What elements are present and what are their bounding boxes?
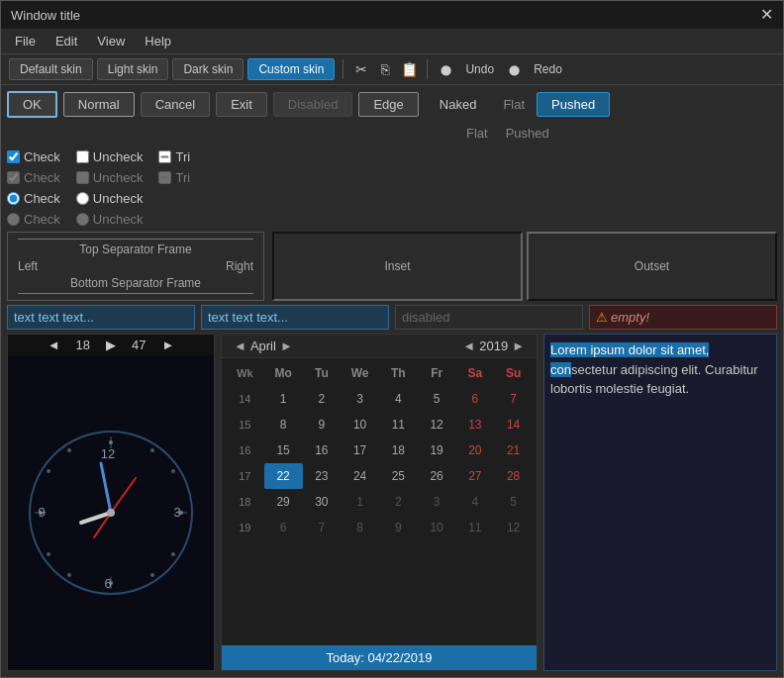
cal-day-6[interactable]: 6 [456, 386, 495, 412]
cal-day-14[interactable]: 14 [494, 412, 533, 437]
menu-file[interactable]: File [7, 32, 44, 50]
cal-row-14: 14 1 2 3 4 5 6 7 [226, 386, 533, 412]
cal-day-29[interactable]: 29 [264, 489, 303, 515]
close-button[interactable]: ✕ [760, 7, 773, 23]
cal-day-19[interactable]: 19 [418, 437, 456, 463]
cal-day-30[interactable]: 30 [303, 489, 342, 515]
cal-wk-15: 15 [226, 412, 264, 437]
cal-day-18[interactable]: 18 [379, 437, 418, 463]
cal-fr-header: Fr [418, 360, 456, 386]
cal-day-8[interactable]: 8 [264, 412, 303, 437]
paste-icon[interactable]: 📋 [399, 59, 419, 79]
text-input-1[interactable] [7, 305, 195, 330]
menu-view[interactable]: View [89, 32, 133, 50]
cal-day-9[interactable]: 9 [303, 412, 342, 437]
cal-day-16[interactable]: 16 [303, 437, 342, 463]
cal-day-2m[interactable]: 2 [379, 489, 418, 515]
skin-light[interactable]: Light skin [97, 58, 169, 80]
cal-we-header: We [341, 360, 379, 386]
cal-day-11[interactable]: 11 [379, 412, 418, 437]
cal-day-13[interactable]: 13 [456, 412, 495, 437]
cal-day-6m[interactable]: 6 [264, 515, 303, 540]
svg-text:9: 9 [38, 505, 45, 520]
checkbox-tri-1[interactable]: Tri [158, 149, 190, 164]
checkbox-uncheck-1[interactable]: Uncheck [76, 149, 144, 164]
cal-day-17[interactable]: 17 [341, 437, 379, 463]
cal-day-5[interactable]: 5 [418, 386, 456, 412]
edge-button[interactable]: Edge [358, 92, 418, 117]
clock-nav-left[interactable]: ◄ [48, 338, 60, 352]
text-input-2[interactable] [201, 305, 389, 330]
checkbox-input-2[interactable] [76, 150, 89, 163]
cal-next-year[interactable]: ► [508, 339, 529, 353]
cal-day-9m[interactable]: 9 [379, 515, 418, 540]
cal-day-25[interactable]: 25 [379, 463, 418, 489]
radio-input-2[interactable] [76, 192, 89, 205]
cal-day-10[interactable]: 10 [341, 412, 379, 437]
cal-prev-month[interactable]: ◄ [230, 339, 250, 353]
undo-button[interactable]: Undo [459, 60, 500, 78]
cal-day-1m[interactable]: 1 [341, 489, 379, 515]
ok-button[interactable]: OK [7, 91, 57, 118]
cal-day-15[interactable]: 15 [264, 437, 303, 463]
cal-day-1[interactable]: 1 [264, 386, 303, 412]
skin-custom[interactable]: Custom skin [247, 58, 335, 80]
exit-button[interactable]: Exit [216, 92, 267, 117]
toolbar: Default skin Light skin Dark skin Custom… [1, 54, 783, 85]
cal-row-18: 18 29 30 1 2 3 4 5 [226, 489, 533, 515]
cal-month-title[interactable]: April [250, 339, 276, 353]
cal-day-28[interactable]: 28 [494, 463, 533, 489]
cal-day-10m[interactable]: 10 [418, 515, 456, 540]
svg-point-13 [67, 573, 71, 577]
cal-day-3[interactable]: 3 [341, 386, 379, 412]
skin-default[interactable]: Default skin [9, 58, 93, 80]
cal-day-8m[interactable]: 8 [341, 515, 379, 540]
cal-th-header: Th [379, 360, 418, 386]
cal-next-month[interactable]: ► [276, 339, 297, 353]
cal-day-24[interactable]: 24 [341, 463, 379, 489]
checkbox-input-1[interactable] [7, 150, 20, 163]
cal-day-20[interactable]: 20 [456, 437, 495, 463]
cal-day-3m[interactable]: 3 [418, 489, 456, 515]
checkbox-check-1[interactable]: Check [7, 149, 60, 164]
cal-day-4[interactable]: 4 [379, 386, 418, 412]
cal-day-4m[interactable]: 4 [456, 489, 495, 515]
cal-day-7m[interactable]: 7 [303, 515, 342, 540]
menu-edit[interactable]: Edit [48, 32, 85, 50]
cal-day-22[interactable]: 22 [264, 463, 303, 489]
radio-uncheck-1[interactable]: Uncheck [76, 191, 144, 206]
text-content[interactable]: Lorem ipsum dolor sit amet, consectetur … [544, 335, 776, 670]
cal-prev-year[interactable]: ◄ [458, 339, 479, 353]
radio-check-1[interactable]: Check [7, 191, 60, 206]
skin-dark[interactable]: Dark skin [172, 58, 244, 80]
cal-day-2[interactable]: 2 [303, 386, 342, 412]
checkbox-input-3[interactable] [158, 150, 171, 163]
top-separator-label: Top Separator Frame [18, 239, 253, 256]
menu-help[interactable]: Help [137, 32, 179, 50]
cal-day-7[interactable]: 7 [494, 386, 533, 412]
pushed-button[interactable]: Pushed [537, 92, 610, 117]
naked-button[interactable]: Naked [425, 92, 492, 117]
radio-input-1[interactable] [7, 192, 20, 205]
cal-day-12m[interactable]: 12 [494, 515, 533, 540]
cal-year-title[interactable]: 2019 [479, 339, 508, 353]
calendar-header: ◄ April ► ◄ 2019 ► [222, 335, 537, 358]
cancel-button[interactable]: Cancel [141, 92, 210, 117]
cal-day-23[interactable]: 23 [303, 463, 342, 489]
cal-su-header: Su [494, 360, 533, 386]
normal-button[interactable]: Normal [63, 92, 135, 117]
cal-day-11m[interactable]: 11 [456, 515, 495, 540]
copy-icon[interactable]: ⎘ [375, 59, 395, 79]
cal-day-5m[interactable]: 5 [494, 489, 533, 515]
scissors-icon[interactable]: ✂ [351, 59, 371, 79]
calendar-footer[interactable]: Today: 04/22/2019 [222, 645, 537, 670]
cal-day-27[interactable]: 27 [456, 463, 495, 489]
flat-label2: Flat [460, 122, 494, 145]
warning-text: empty! [611, 310, 649, 325]
cal-day-26[interactable]: 26 [418, 463, 456, 489]
cal-day-21[interactable]: 21 [494, 437, 533, 463]
clock-nav-right[interactable]: ► [161, 338, 174, 352]
cal-day-12[interactable]: 12 [418, 412, 456, 437]
redo-button[interactable]: Redo [528, 60, 568, 78]
text-normal: sectetur adipiscing elit. Curabitur lobo… [550, 362, 758, 397]
